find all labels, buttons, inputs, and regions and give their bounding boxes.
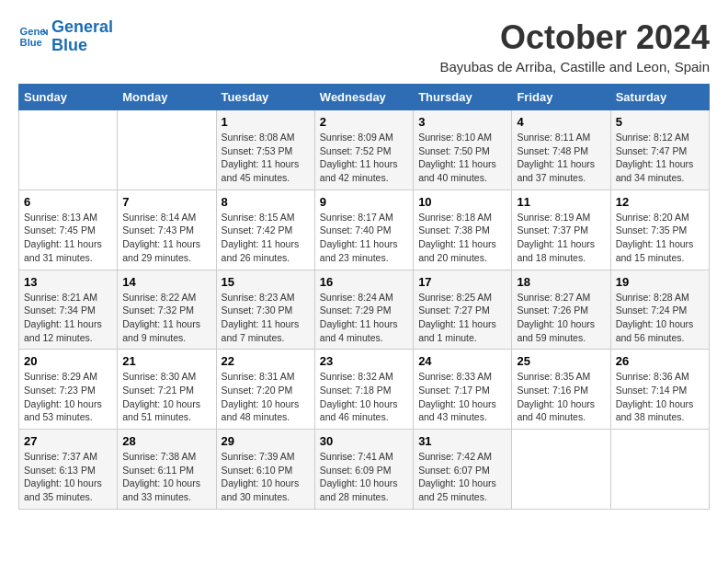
month-title: October 2024 [439,18,710,57]
cell-content: Sunrise: 8:11 AM Sunset: 7:48 PM Dayligh… [517,131,605,185]
day-number: 14 [122,275,210,289]
day-number: 19 [616,275,704,289]
calendar-cell: 12Sunrise: 8:20 AM Sunset: 7:35 PM Dayli… [610,190,709,270]
day-number: 26 [616,354,704,368]
cell-content: Sunrise: 8:12 AM Sunset: 7:47 PM Dayligh… [616,131,704,185]
calendar-cell: 21Sunrise: 8:30 AM Sunset: 7:21 PM Dayli… [118,350,216,430]
calendar-header-row: SundayMondayTuesdayWednesdayThursdayFrid… [19,85,710,110]
day-number: 28 [122,434,210,448]
calendar-cell: 3Sunrise: 8:10 AM Sunset: 7:50 PM Daylig… [414,110,512,190]
day-number: 3 [418,115,506,129]
logo-icon: General Blue [18,22,48,52]
day-header-sunday: Sunday [19,85,118,110]
calendar-cell: 31Sunrise: 7:42 AM Sunset: 6:07 PM Dayli… [414,430,512,510]
calendar-cell [118,110,216,190]
logo-text: GeneralBlue [51,18,113,55]
calendar-week-row: 6Sunrise: 8:13 AM Sunset: 7:45 PM Daylig… [19,190,710,270]
cell-content: Sunrise: 8:27 AM Sunset: 7:26 PM Dayligh… [517,291,605,345]
day-header-friday: Friday [512,85,610,110]
day-number: 1 [222,115,310,129]
cell-content: Sunrise: 8:28 AM Sunset: 7:24 PM Dayligh… [616,291,704,345]
calendar-cell: 29Sunrise: 7:39 AM Sunset: 6:10 PM Dayli… [216,430,314,510]
calendar-week-row: 13Sunrise: 8:21 AM Sunset: 7:34 PM Dayli… [19,270,710,350]
cell-content: Sunrise: 8:19 AM Sunset: 7:37 PM Dayligh… [517,211,605,265]
cell-content: Sunrise: 8:29 AM Sunset: 7:23 PM Dayligh… [24,370,112,424]
day-number: 2 [320,115,408,129]
cell-content: Sunrise: 7:37 AM Sunset: 6:13 PM Dayligh… [24,450,112,504]
calendar-cell: 16Sunrise: 8:24 AM Sunset: 7:29 PM Dayli… [314,270,413,350]
location-subtitle: Bayubas de Arriba, Castille and Leon, Sp… [439,59,710,75]
day-number: 13 [24,275,112,289]
cell-content: Sunrise: 7:38 AM Sunset: 6:11 PM Dayligh… [122,450,210,504]
calendar-cell: 5Sunrise: 8:12 AM Sunset: 7:47 PM Daylig… [610,110,709,190]
day-number: 8 [222,195,310,209]
day-header-wednesday: Wednesday [314,85,413,110]
day-number: 27 [24,434,112,448]
calendar-week-row: 27Sunrise: 7:37 AM Sunset: 6:13 PM Dayli… [19,430,710,510]
title-section: October 2024 Bayubas de Arriba, Castille… [439,18,710,75]
calendar-week-row: 1Sunrise: 8:08 AM Sunset: 7:53 PM Daylig… [19,110,710,190]
day-number: 4 [517,115,605,129]
cell-content: Sunrise: 8:17 AM Sunset: 7:40 PM Dayligh… [320,211,408,265]
cell-content: Sunrise: 8:09 AM Sunset: 7:52 PM Dayligh… [320,131,408,185]
day-number: 25 [517,354,605,368]
calendar-cell [610,430,709,510]
cell-content: Sunrise: 8:21 AM Sunset: 7:34 PM Dayligh… [24,291,112,345]
day-number: 15 [222,275,310,289]
day-number: 11 [517,195,605,209]
calendar-cell: 27Sunrise: 7:37 AM Sunset: 6:13 PM Dayli… [19,430,118,510]
calendar-cell: 10Sunrise: 8:18 AM Sunset: 7:38 PM Dayli… [414,190,512,270]
calendar-cell: 20Sunrise: 8:29 AM Sunset: 7:23 PM Dayli… [19,350,118,430]
calendar-cell: 30Sunrise: 7:41 AM Sunset: 6:09 PM Dayli… [314,430,413,510]
calendar-cell: 11Sunrise: 8:19 AM Sunset: 7:37 PM Dayli… [512,190,610,270]
day-number: 10 [418,195,506,209]
calendar-cell: 9Sunrise: 8:17 AM Sunset: 7:40 PM Daylig… [314,190,413,270]
svg-text:Blue: Blue [20,36,42,47]
calendar-cell: 4Sunrise: 8:11 AM Sunset: 7:48 PM Daylig… [512,110,610,190]
calendar-cell: 19Sunrise: 8:28 AM Sunset: 7:24 PM Dayli… [610,270,709,350]
day-number: 29 [222,434,310,448]
calendar-cell: 13Sunrise: 8:21 AM Sunset: 7:34 PM Dayli… [19,270,118,350]
cell-content: Sunrise: 7:41 AM Sunset: 6:09 PM Dayligh… [320,450,408,504]
calendar-cell [19,110,118,190]
cell-content: Sunrise: 7:42 AM Sunset: 6:07 PM Dayligh… [418,450,506,504]
cell-content: Sunrise: 7:39 AM Sunset: 6:10 PM Dayligh… [222,450,310,504]
day-number: 31 [418,434,506,448]
day-number: 22 [222,354,310,368]
day-number: 7 [122,195,210,209]
day-number: 16 [320,275,408,289]
cell-content: Sunrise: 8:35 AM Sunset: 7:16 PM Dayligh… [517,370,605,424]
calendar-cell: 24Sunrise: 8:33 AM Sunset: 7:17 PM Dayli… [414,350,512,430]
calendar-cell: 28Sunrise: 7:38 AM Sunset: 6:11 PM Dayli… [118,430,216,510]
cell-content: Sunrise: 8:20 AM Sunset: 7:35 PM Dayligh… [616,211,704,265]
cell-content: Sunrise: 8:13 AM Sunset: 7:45 PM Dayligh… [24,211,112,265]
day-header-saturday: Saturday [610,85,709,110]
cell-content: Sunrise: 8:31 AM Sunset: 7:20 PM Dayligh… [222,370,310,424]
day-number: 9 [320,195,408,209]
calendar-cell: 8Sunrise: 8:15 AM Sunset: 7:42 PM Daylig… [216,190,314,270]
day-number: 24 [418,354,506,368]
day-number: 5 [616,115,704,129]
cell-content: Sunrise: 8:30 AM Sunset: 7:21 PM Dayligh… [122,370,210,424]
calendar-cell: 7Sunrise: 8:14 AM Sunset: 7:43 PM Daylig… [118,190,216,270]
calendar-cell: 23Sunrise: 8:32 AM Sunset: 7:18 PM Dayli… [314,350,413,430]
day-number: 17 [418,275,506,289]
day-number: 12 [616,195,704,209]
day-number: 18 [517,275,605,289]
calendar-cell: 18Sunrise: 8:27 AM Sunset: 7:26 PM Dayli… [512,270,610,350]
day-header-thursday: Thursday [414,85,512,110]
calendar-table: SundayMondayTuesdayWednesdayThursdayFrid… [18,84,710,510]
calendar-cell: 2Sunrise: 8:09 AM Sunset: 7:52 PM Daylig… [314,110,413,190]
calendar-cell: 26Sunrise: 8:36 AM Sunset: 7:14 PM Dayli… [610,350,709,430]
cell-content: Sunrise: 8:23 AM Sunset: 7:30 PM Dayligh… [222,291,310,345]
cell-content: Sunrise: 8:32 AM Sunset: 7:18 PM Dayligh… [320,370,408,424]
day-number: 20 [24,354,112,368]
cell-content: Sunrise: 8:10 AM Sunset: 7:50 PM Dayligh… [418,131,506,185]
cell-content: Sunrise: 8:22 AM Sunset: 7:32 PM Dayligh… [122,291,210,345]
day-number: 23 [320,354,408,368]
calendar-cell: 17Sunrise: 8:25 AM Sunset: 7:27 PM Dayli… [414,270,512,350]
calendar-cell: 1Sunrise: 8:08 AM Sunset: 7:53 PM Daylig… [216,110,314,190]
calendar-cell [512,430,610,510]
calendar-cell: 25Sunrise: 8:35 AM Sunset: 7:16 PM Dayli… [512,350,610,430]
cell-content: Sunrise: 8:08 AM Sunset: 7:53 PM Dayligh… [222,131,310,185]
